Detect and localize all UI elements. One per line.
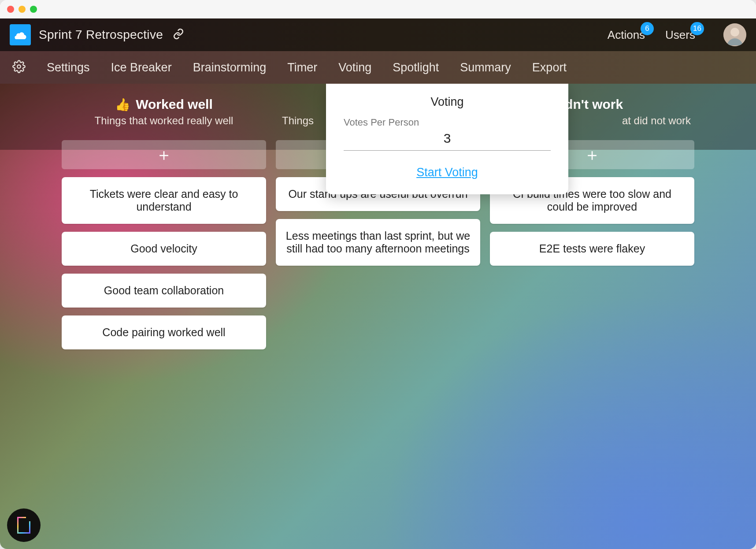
- votes-per-person-input[interactable]: [344, 128, 551, 151]
- actions-badge: 6: [641, 22, 654, 35]
- toolbar-item-ice-breaker[interactable]: Ice Breaker: [111, 61, 172, 74]
- toolbar-item-brainstorming[interactable]: Brainstorming: [193, 61, 267, 74]
- voting-popover: Voting Votes Per Person Start Voting: [326, 84, 568, 194]
- fullscreen-window-button[interactable]: [30, 6, 37, 13]
- users-badge: 16: [690, 22, 704, 35]
- app-fab-button[interactable]: [7, 508, 41, 542]
- svg-point-1: [730, 28, 739, 37]
- close-window-button[interactable]: [7, 6, 14, 13]
- toolbar: Settings Ice Breaker Brainstorming Timer…: [0, 51, 756, 84]
- svg-point-2: [17, 65, 21, 68]
- column-worked-well: 👍 Worked well Things that worked really …: [62, 90, 266, 349]
- top-bar: Sprint 7 Retrospective Actions 6 Users 1…: [0, 19, 756, 51]
- card[interactable]: Code pairing worked well: [62, 315, 266, 349]
- app-logo[interactable]: [10, 24, 31, 45]
- toolbar-item-timer[interactable]: Timer: [287, 61, 317, 74]
- thumbs-up-icon: 👍: [115, 97, 130, 112]
- plus-icon: ＋: [156, 144, 172, 166]
- actions-button[interactable]: Actions 6: [608, 28, 645, 42]
- minimize-window-button[interactable]: [19, 6, 26, 13]
- column-title: Worked well: [136, 97, 213, 112]
- gear-icon[interactable]: [12, 60, 26, 75]
- document-icon: [17, 517, 30, 534]
- popover-title: Voting: [344, 95, 551, 109]
- card[interactable]: Good team collaboration: [62, 274, 266, 308]
- start-voting-link[interactable]: Start Voting: [416, 166, 478, 179]
- card[interactable]: Tickets were clear and easy to understan…: [62, 177, 266, 224]
- window-titlebar: [0, 0, 756, 19]
- traffic-lights: [7, 6, 37, 13]
- votes-per-person-label: Votes Per Person: [344, 117, 551, 128]
- column-header: 👍 Worked well Things that worked really …: [62, 90, 266, 134]
- toolbar-item-export[interactable]: Export: [532, 61, 567, 74]
- toolbar-item-settings[interactable]: Settings: [47, 61, 90, 74]
- card[interactable]: Less meetings than last sprint, but we s…: [276, 219, 480, 266]
- toolbar-item-summary[interactable]: Summary: [460, 61, 511, 74]
- card[interactable]: Good velocity: [62, 232, 266, 266]
- share-link-icon[interactable]: [173, 28, 184, 41]
- users-button[interactable]: Users 16: [665, 28, 695, 42]
- toolbar-item-spotlight[interactable]: Spotlight: [393, 61, 439, 74]
- avatar[interactable]: [723, 23, 746, 46]
- actions-label: Actions: [608, 28, 645, 41]
- plus-icon: ＋: [584, 144, 600, 166]
- card[interactable]: E2E tests were flakey: [490, 232, 694, 266]
- column-subtitle: Things that worked really well: [62, 115, 266, 127]
- add-card-button[interactable]: ＋: [62, 140, 266, 169]
- toolbar-item-voting[interactable]: Voting: [338, 61, 371, 74]
- column-title: idn't work: [561, 97, 623, 112]
- board-title: Sprint 7 Retrospective: [39, 28, 163, 42]
